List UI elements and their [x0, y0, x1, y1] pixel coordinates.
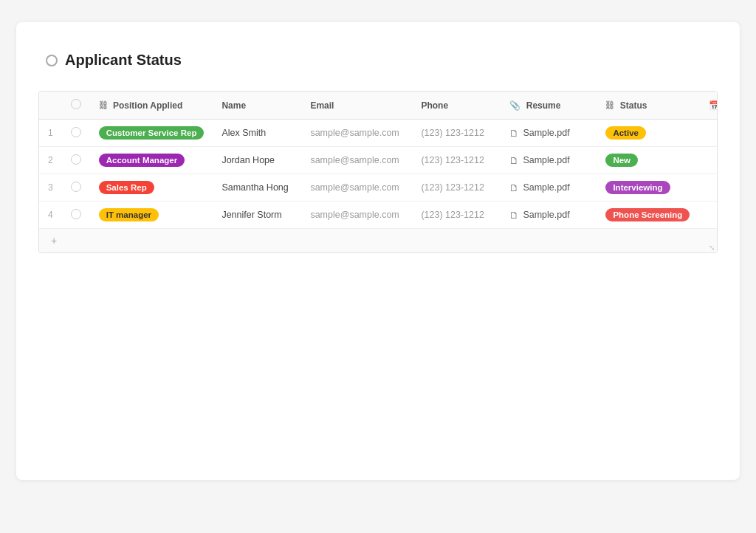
row-number-1: 1 — [39, 120, 62, 147]
table-footer: + — [39, 228, 717, 252]
add-row-icon: + — [51, 235, 57, 247]
row-name-1: Alex Smith — [213, 120, 301, 147]
col-header-phone: Phone — [412, 92, 501, 120]
row-checkbox-3[interactable] — [62, 174, 90, 202]
resume-filename-2: Sample.pdf — [523, 155, 569, 165]
row-resume-1[interactable]: 🗋 Sample.pdf — [501, 120, 597, 147]
page-title: Applicant Status — [65, 52, 182, 69]
row-email-2: sample@sample.com — [301, 147, 412, 174]
status-badge-3: Interviewing — [605, 181, 670, 194]
col-header-status: ⛓ Status — [597, 92, 700, 120]
row-status-2: New — [597, 147, 700, 174]
checkbox-3[interactable] — [71, 182, 81, 192]
row-phone-3: (123) 123-1212 — [412, 174, 501, 202]
table-container: ⛓ Position Applied Name Email Phone — [38, 91, 718, 253]
file-icon-2: 🗋 — [509, 155, 519, 166]
col-header-checkbox — [62, 92, 90, 120]
calendar-icon-date: 📅 — [709, 100, 718, 111]
row-position-3: Sales Rep — [90, 174, 213, 202]
file-icon-1: 🗋 — [509, 128, 519, 139]
col-header-email: Email — [301, 92, 412, 120]
row-email-1: sample@sample.com — [301, 120, 412, 147]
table-row[interactable]: 2 Account Manager Jordan Hope sample@sam… — [39, 147, 718, 174]
paperclip-icon-resume: 📎 — [509, 100, 520, 111]
row-phone-1: (123) 123-1212 — [412, 120, 501, 147]
table-row[interactable]: 4 IT manager Jennifer Storm sample@sampl… — [39, 202, 718, 229]
row-date-1: 2/4/2020 — [700, 120, 718, 147]
row-position-1: Customer Service Rep — [90, 120, 213, 147]
resume-filename-1: Sample.pdf — [523, 128, 569, 138]
col-header-resume: 📎 Resume — [501, 92, 597, 120]
checkbox-4[interactable] — [71, 209, 81, 219]
row-email-3: sample@sample.com — [301, 174, 412, 202]
applicant-table: ⛓ Position Applied Name Email Phone — [39, 92, 718, 228]
row-position-4: IT manager — [90, 202, 213, 229]
table-header-row: ⛓ Position Applied Name Email Phone — [39, 92, 718, 120]
status-badge-2: New — [605, 154, 638, 167]
col-header-name: Name — [213, 92, 301, 120]
row-name-3: Samantha Hong — [213, 174, 301, 202]
row-number-3: 3 — [39, 174, 62, 202]
row-date-2: 2/1/2020 — [700, 147, 718, 174]
page-wrapper: Applicant Status ⛓ Position Applied — [16, 22, 740, 480]
file-icon-4: 🗋 — [509, 210, 519, 221]
position-badge-4: IT manager — [99, 208, 159, 221]
position-badge-1: Customer Service Rep — [99, 126, 205, 140]
col-header-position: ⛓ Position Applied — [90, 92, 213, 120]
checkbox-2[interactable] — [71, 154, 81, 165]
position-badge-2: Account Manager — [99, 154, 185, 167]
row-number-2: 2 — [39, 147, 62, 174]
row-number-4: 4 — [39, 202, 62, 229]
link-icon-status: ⛓ — [605, 100, 614, 111]
position-badge-3: Sales Rep — [99, 181, 154, 194]
status-badge-1: Active — [605, 126, 646, 140]
table-row[interactable]: 1 Customer Service Rep Alex Smith sample… — [39, 120, 718, 147]
row-resume-3[interactable]: 🗋 Sample.pdf — [501, 174, 597, 202]
resume-filename-3: Sample.pdf — [523, 182, 569, 193]
header-circle-icon — [46, 55, 58, 66]
table-wrapper: ⛓ Position Applied Name Email Phone — [38, 91, 718, 253]
row-status-4: Phone Screening — [597, 202, 700, 229]
link-icon-position: ⛓ — [99, 100, 108, 111]
row-resume-4[interactable]: 🗋 Sample.pdf — [501, 202, 597, 229]
row-status-1: Active — [597, 120, 700, 147]
file-icon-3: 🗋 — [509, 182, 519, 193]
row-date-4: 1/29/2020 — [700, 202, 718, 229]
row-phone-2: (123) 123-1212 — [412, 147, 501, 174]
col-header-rownum — [39, 92, 62, 120]
col-header-date: 📅 Date Submitted — [700, 92, 718, 120]
row-name-2: Jordan Hope — [213, 147, 301, 174]
checkbox-1[interactable] — [71, 127, 81, 137]
resume-filename-4: Sample.pdf — [523, 210, 569, 220]
header-checkbox[interactable] — [71, 99, 81, 109]
row-resume-2[interactable]: 🗋 Sample.pdf — [501, 147, 597, 174]
row-checkbox-2[interactable] — [62, 147, 90, 174]
row-status-3: Interviewing — [597, 174, 700, 202]
row-email-4: sample@sample.com — [301, 202, 412, 229]
row-date-3: 1/26/2020 — [700, 174, 718, 202]
status-badge-4: Phone Screening — [605, 208, 690, 221]
table-row[interactable]: 3 Sales Rep Samantha Hong sample@sample.… — [39, 174, 718, 202]
page-header: Applicant Status — [38, 52, 718, 69]
resize-handle[interactable]: ⤡ — [709, 244, 715, 252]
row-position-2: Account Manager — [90, 147, 213, 174]
row-name-4: Jennifer Storm — [213, 202, 301, 229]
row-phone-4: (123) 123-1212 — [412, 202, 501, 229]
table-body: 1 Customer Service Rep Alex Smith sample… — [39, 120, 718, 229]
row-checkbox-1[interactable] — [62, 120, 90, 147]
row-checkbox-4[interactable] — [62, 202, 90, 229]
add-row-button[interactable]: + — [48, 233, 60, 248]
